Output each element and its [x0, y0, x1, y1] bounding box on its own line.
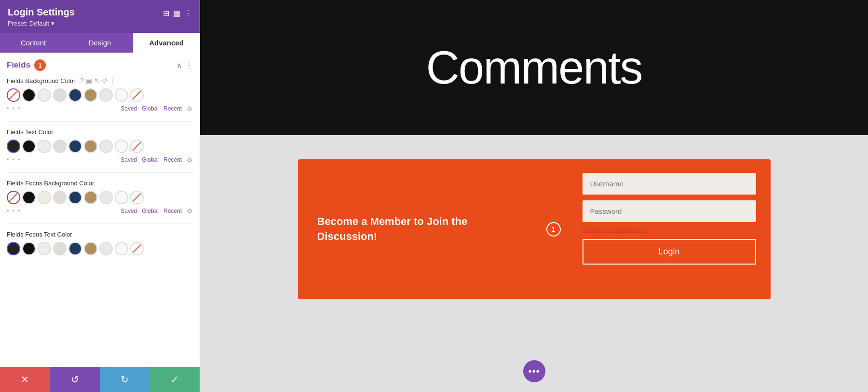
color-swatch-navy2[interactable]	[68, 140, 82, 153]
panel-title: Login Settings	[8, 7, 75, 18]
color-swatch-dark-selected2[interactable]	[7, 242, 20, 255]
mobile-view-icon[interactable]: ▣	[86, 77, 92, 84]
dots-icon2[interactable]: • • •	[7, 156, 21, 163]
fields-section-header: Fields 1 ∧ ⋮	[7, 59, 193, 71]
more-icon[interactable]: ⋮	[109, 77, 116, 84]
fields-section-title: Fields 1	[7, 59, 46, 71]
color-swatch-light4[interactable]	[53, 140, 67, 153]
color-swatch-navy4[interactable]	[68, 242, 82, 255]
fields-focus-text-color-row	[7, 242, 193, 255]
fields-text-color-setting: Fields Text Color • • • Saved Global Rec…	[7, 128, 193, 164]
fields-focus-bg-color-setting: Fields Focus Background Color • • • Save…	[7, 180, 193, 215]
color-swatch-light8[interactable]	[53, 242, 67, 255]
color-swatch-light3[interactable]	[38, 140, 51, 153]
login-badge: 1	[546, 222, 561, 237]
left-panel: Login Settings Preset: Default ▾ ⊞ ▦ ⋮ C…	[0, 0, 200, 392]
color-swatch-transparent2[interactable]	[7, 191, 20, 204]
fields-focus-text-color-setting: Fields Focus Text Color	[7, 231, 193, 255]
color-swatch-gray4[interactable]	[99, 242, 113, 255]
recent-link3[interactable]: Recent	[163, 208, 182, 214]
saved-link2[interactable]: Saved	[121, 156, 137, 163]
password-input[interactable]	[583, 200, 756, 222]
floating-more-button[interactable]: •••	[523, 360, 545, 382]
save-button[interactable]: ✓	[150, 367, 200, 392]
fields-text-color-row	[7, 140, 193, 153]
tab-bar: Content Design Advanced	[0, 33, 200, 53]
color-swatch-tan2[interactable]	[84, 140, 97, 153]
color-swatch-black4[interactable]	[22, 242, 36, 255]
fields-bg-color-footer: • • • Saved Global Recent ⚙	[7, 105, 193, 112]
color-swatch-tan4[interactable]	[84, 242, 97, 255]
color-swatch-light2[interactable]	[53, 88, 67, 102]
dots-icon[interactable]: • • •	[7, 105, 21, 112]
color-swatch-transparent[interactable]	[7, 88, 20, 102]
fields-focus-bg-color-row	[7, 191, 193, 204]
color-swatch-tan[interactable]	[84, 88, 97, 102]
more-options-icon[interactable]: ⋮	[184, 9, 192, 18]
fields-text-color-footer: • • • Saved Global Recent ⚙	[7, 156, 193, 164]
focus-icon[interactable]: ⊞	[163, 9, 169, 18]
global-link2[interactable]: Global	[142, 156, 159, 163]
comments-banner: Comments	[200, 0, 868, 135]
color-swatch-black3[interactable]	[22, 191, 36, 204]
fields-bg-color-label: Fields Background Color ? ▣ ↖ ↺ ⋮	[7, 77, 193, 84]
color-swatch-gray2[interactable]	[99, 140, 113, 153]
saved-link[interactable]: Saved	[121, 105, 137, 112]
tab-content[interactable]: Content	[0, 33, 67, 53]
section-controls: ∧ ⋮	[176, 61, 193, 70]
tab-design[interactable]: Design	[67, 33, 133, 53]
color-swatch-light5[interactable]	[38, 191, 51, 204]
color-swatch-gray1[interactable]	[99, 88, 113, 102]
gear-icon2[interactable]: ⚙	[187, 156, 193, 164]
recent-link[interactable]: Recent	[163, 105, 182, 112]
redo-button[interactable]: ↻	[100, 367, 150, 392]
color-swatch-none4[interactable]	[130, 242, 144, 255]
help-icon[interactable]: ?	[80, 77, 84, 84]
color-swatch-black2[interactable]	[22, 140, 36, 153]
color-swatch-gray3[interactable]	[99, 191, 113, 204]
section-more-icon[interactable]: ⋮	[185, 61, 193, 70]
panel-preset[interactable]: Preset: Default ▾	[8, 20, 75, 27]
color-swatch-white3[interactable]	[115, 191, 128, 204]
collapse-icon[interactable]: ∧	[176, 61, 182, 70]
gear-icon[interactable]: ⚙	[187, 105, 193, 112]
color-swatch-dark-selected[interactable]	[7, 140, 20, 153]
color-swatch-white1[interactable]	[115, 88, 128, 102]
color-swatch-light1[interactable]	[38, 88, 51, 102]
color-swatch-tan3[interactable]	[84, 191, 97, 204]
color-swatch-white2[interactable]	[115, 140, 128, 153]
global-link[interactable]: Global	[142, 105, 159, 112]
color-swatch-none3[interactable]	[130, 191, 144, 204]
color-swatch-black[interactable]	[22, 88, 36, 102]
reset-icon[interactable]: ↺	[102, 77, 108, 84]
login-button[interactable]: Login	[583, 239, 756, 265]
login-left: Become a Member to Join the Discussion!	[298, 159, 539, 299]
fields-badge: 1	[34, 59, 46, 71]
color-swatch-none1[interactable]	[130, 88, 144, 102]
cancel-button[interactable]: ✕	[0, 367, 50, 392]
login-card: Become a Member to Join the Discussion! …	[298, 159, 771, 299]
color-swatch-none2[interactable]	[130, 140, 144, 153]
global-link3[interactable]: Global	[142, 208, 159, 214]
cursor-icon[interactable]: ↖	[94, 77, 100, 84]
username-input[interactable]	[583, 173, 756, 195]
fields-bg-color-row	[7, 88, 193, 102]
color-swatch-light7[interactable]	[38, 242, 51, 255]
panel-body: Fields 1 ∧ ⋮ Fields Background Color ? ▣…	[0, 53, 200, 367]
color-swatch-light6[interactable]	[53, 191, 67, 204]
color-swatch-white4[interactable]	[115, 242, 128, 255]
columns-icon[interactable]: ▦	[173, 9, 180, 18]
right-area: Comments Become a Member to Join the Dis…	[200, 0, 868, 392]
gear-icon3[interactable]: ⚙	[187, 207, 193, 215]
fields-focus-bg-color-label: Fields Focus Background Color	[7, 180, 193, 187]
comments-title: Comments	[426, 41, 642, 94]
dots-icon3[interactable]: • • •	[7, 208, 21, 214]
recent-link2[interactable]: Recent	[163, 156, 182, 163]
color-swatch-navy3[interactable]	[68, 191, 82, 204]
saved-link3[interactable]: Saved	[121, 208, 137, 214]
color-swatch-navy[interactable]	[68, 88, 82, 102]
undo-button[interactable]: ↺	[50, 367, 100, 392]
tab-advanced[interactable]: Advanced	[133, 33, 200, 53]
login-divider-area: 1	[539, 159, 568, 299]
forgot-password-link[interactable]: Forgot your password?	[583, 226, 756, 233]
